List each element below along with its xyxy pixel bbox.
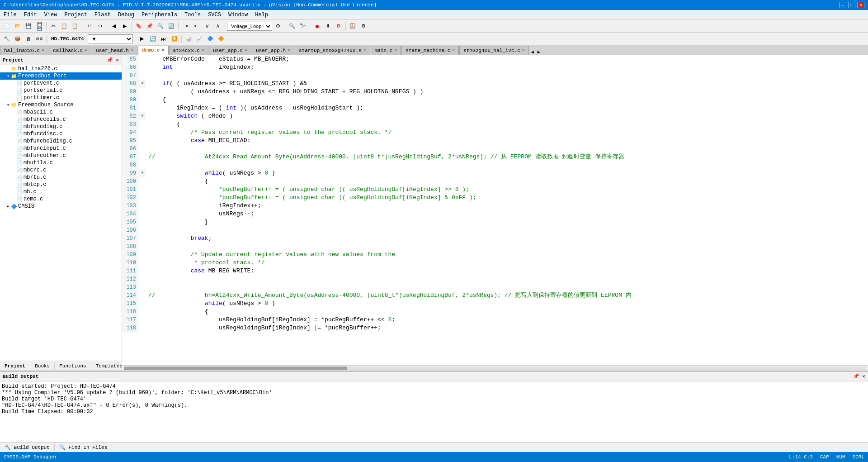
open-btn[interactable]: 📂 (13, 21, 23, 31)
dbg-btn1[interactable]: 📊 (184, 34, 193, 44)
close-button[interactable]: ✕ (857, 2, 864, 8)
line-collapse[interactable]: ▼ (139, 169, 146, 177)
comment-btn[interactable]: // (202, 21, 212, 31)
tab-close-0[interactable]: × (42, 48, 44, 53)
menu-item-flash[interactable]: Flash (91, 10, 114, 19)
zoom2-btn[interactable]: 🔭 (298, 21, 308, 31)
tab-startup_stm32g474xx-s[interactable]: startup_stm32g474xx.s× (295, 46, 370, 55)
tab-close-6[interactable]: × (288, 48, 290, 53)
tab-callback-c[interactable]: callback.c× (49, 46, 91, 55)
zoom-btn[interactable]: 🔍 (287, 21, 297, 31)
dbg-btn4[interactable]: 🔶 (216, 34, 226, 44)
undo-btn[interactable]: ↩ (84, 21, 94, 31)
menu-item-peripherals[interactable]: Peripherals (138, 10, 181, 19)
menu-item-tools[interactable]: Tools (181, 10, 204, 19)
tab-close-10[interactable]: × (522, 48, 525, 53)
nav-back-btn[interactable]: ◀ (109, 21, 119, 31)
line-collapse[interactable]: ▼ (139, 112, 146, 120)
maximize-button[interactable]: □ (848, 2, 855, 8)
step-btn[interactable]: ⏭ (159, 34, 169, 44)
window-btn[interactable]: 🪟 (348, 21, 358, 31)
batch-btn[interactable]: ⚙⚙ (34, 34, 44, 44)
tab-user_app-c[interactable]: user_app.c× (209, 46, 251, 55)
copy-btn[interactable]: 📋 (59, 21, 69, 31)
tab-demo-c[interactable]: demo.c× (138, 46, 169, 55)
manage-btn[interactable]: ⚙ (273, 21, 283, 31)
tree-item-mbcrc-c[interactable]: 📄mbcrc.c (0, 167, 122, 174)
tree-item-portserial-c[interactable]: 📄portserial.c (0, 87, 122, 94)
save-btn[interactable]: 💾 (24, 21, 33, 31)
dbg-btn2[interactable]: 📈 (194, 34, 204, 44)
tab-close-2[interactable]: × (131, 48, 133, 53)
tab-state_machine-c[interactable]: state_machine.c× (401, 46, 459, 55)
tab-close-4[interactable]: × (202, 48, 204, 53)
bottom-tab-find-in-files[interactable]: 🔍 Find In Files (55, 443, 112, 451)
project-panel-pin[interactable]: 📌 ✕ (107, 57, 119, 63)
tree-item-mbfuncdiag-c[interactable]: 📄mbfuncdiag.c (0, 123, 122, 130)
target-dropdown[interactable]: Voltage_Loop (227, 22, 272, 31)
tab-scroll-left[interactable]: ◀ (529, 49, 536, 55)
menu-item-file[interactable]: File (0, 10, 20, 19)
menu-item-svcs[interactable]: SVCS (204, 10, 225, 19)
panel-tab-books[interactable]: Books (30, 362, 55, 370)
menu-item-debug[interactable]: Debug (114, 10, 138, 19)
new-file-btn[interactable]: 📄 (2, 21, 12, 31)
outdent-btn[interactable]: ⇤ (191, 21, 201, 31)
menu-item-help[interactable]: Help (251, 10, 272, 19)
bottom-tab-build-output[interactable]: 🔨 Build Output (0, 443, 55, 451)
find-btn[interactable]: 🔍 (156, 21, 165, 31)
dbg-btn3[interactable]: 🔷 (205, 34, 215, 44)
tree-item-freemodbus_source[interactable]: ▾📁Freemodbus_Source (0, 101, 122, 109)
tree-item-freemodbus_port[interactable]: ▾📁Freemodbus_Port (0, 72, 122, 80)
indent-btn[interactable]: ⇥ (180, 21, 190, 31)
clean-btn[interactable]: 🗑 (24, 34, 33, 44)
menu-item-window[interactable]: Window (225, 10, 251, 19)
tree-item-mbfuncdisc-c[interactable]: 📄mbfuncdisc.c (0, 130, 122, 138)
menu-item-edit[interactable]: Edit (20, 10, 41, 19)
tab-user_head-h[interactable]: user_head.h× (92, 46, 137, 55)
translate-btn[interactable]: 🔧 (2, 34, 12, 44)
tree-item-mbascii-c[interactable]: 📄mbascii.c (0, 109, 122, 116)
tree-item-mbfuncother-c[interactable]: 📄mbfuncother.c (0, 152, 122, 159)
redo-btn[interactable]: ↪ (95, 21, 105, 31)
settings-btn[interactable]: ⚙ (359, 21, 368, 31)
replace-btn[interactable]: 🔄 (166, 21, 176, 31)
debug-start-btn[interactable]: ▶ (137, 34, 147, 44)
tab-close-3[interactable]: × (162, 48, 165, 53)
tab-close-8[interactable]: × (394, 48, 397, 53)
tab-close-7[interactable]: × (363, 48, 366, 53)
panel-tab-functions[interactable]: Functions (55, 362, 91, 370)
bookmark2-btn[interactable]: 📌 (145, 21, 155, 31)
cut-btn[interactable]: ✂ (48, 21, 58, 31)
tree-item-mbfuncinput-c[interactable]: 📄mbfuncinput.c (0, 145, 122, 152)
build-btn[interactable]: ⏺ (312, 21, 322, 31)
menu-item-project[interactable]: Project (61, 10, 90, 19)
code-content[interactable]: 85 eMBErrorCode eStatus = MB_ENOERR;86 i… (122, 55, 868, 365)
project-dropdown[interactable]: ▼ (88, 34, 133, 43)
tab-close-9[interactable]: × (452, 48, 455, 53)
stepout-btn[interactable]: ⏬ (170, 34, 179, 44)
debug-btn[interactable]: ⚙ (334, 21, 344, 31)
tab-stm32g4xx_hal_i2c-c[interactable]: stm32g4xx_hal_i2c.c× (459, 46, 528, 55)
reset-btn[interactable]: 🔄 (148, 34, 158, 44)
tab-close-1[interactable]: × (85, 48, 87, 53)
tree-item-mbfuncholding-c[interactable]: 📄mbfuncholding.c (0, 138, 122, 145)
nav-fwd-btn[interactable]: ▶ (120, 21, 130, 31)
scroll-track[interactable] (124, 367, 866, 370)
tab-user_app-h[interactable]: user_app.h× (252, 46, 294, 55)
paste-btn[interactable]: 📋 (70, 21, 80, 31)
tab-at24cxx-c[interactable]: at24cxx.c× (169, 46, 208, 55)
bookmark-btn[interactable]: 🔖 (134, 21, 144, 31)
scroll-thumb[interactable] (124, 367, 347, 370)
tree-item-hal_ina226-c[interactable]: 📁hal_ina226.c (0, 65, 122, 72)
build-output-controls[interactable]: 📌 ✕ (853, 373, 865, 379)
line-collapse[interactable]: ▼ (139, 80, 146, 88)
menu-item-view[interactable]: View (41, 10, 61, 19)
load-btn[interactable]: 📦 (13, 34, 23, 44)
tab-main-c[interactable]: main.c× (371, 46, 401, 55)
tree-item-portevent-c[interactable]: 📄portevent.c (0, 80, 122, 87)
download-btn[interactable]: ⬇ (323, 21, 333, 31)
panel-tab-templates[interactable]: Templates (91, 362, 122, 370)
panel-tab-project[interactable]: Project (0, 362, 30, 370)
save-all-btn[interactable]: 💾💾 (34, 21, 44, 31)
